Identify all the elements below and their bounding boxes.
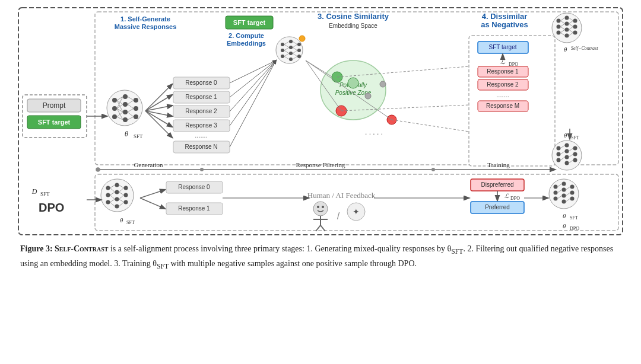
svg-text:SFT: SFT bbox=[126, 220, 135, 225]
svg-point-209 bbox=[317, 206, 319, 208]
svg-point-184 bbox=[124, 186, 128, 190]
svg-point-68 bbox=[289, 52, 293, 55]
svg-text:SFT: SFT bbox=[570, 215, 578, 221]
svg-point-126 bbox=[557, 31, 561, 35]
svg-point-99 bbox=[380, 81, 386, 87]
svg-text:Dispreferred: Dispreferred bbox=[481, 181, 513, 188]
svg-point-130 bbox=[565, 34, 569, 38]
svg-point-228 bbox=[554, 185, 558, 189]
svg-point-129 bbox=[565, 28, 569, 32]
svg-point-157 bbox=[573, 146, 577, 151]
svg-point-177 bbox=[106, 186, 110, 190]
svg-point-95 bbox=[348, 78, 358, 88]
svg-point-156 bbox=[565, 161, 569, 165]
svg-text:Response 0: Response 0 bbox=[178, 184, 210, 190]
svg-point-231 bbox=[562, 182, 566, 186]
svg-text:DPO: DPO bbox=[570, 226, 579, 231]
svg-point-64 bbox=[281, 49, 284, 52]
svg-text:4. Dissimilar: 4. Dissimilar bbox=[482, 12, 528, 21]
svg-text:θ: θ bbox=[120, 216, 123, 223]
svg-point-234 bbox=[562, 200, 566, 204]
svg-point-229 bbox=[554, 191, 558, 195]
svg-text:Training: Training bbox=[487, 161, 510, 168]
svg-point-185 bbox=[124, 193, 128, 197]
svg-text:θ: θ bbox=[563, 212, 566, 219]
svg-point-69 bbox=[289, 58, 293, 61]
figure-num: Figure 3: bbox=[20, 244, 53, 253]
svg-point-237 bbox=[570, 197, 575, 201]
svg-point-210 bbox=[322, 206, 324, 208]
svg-point-159 bbox=[573, 158, 577, 162]
caption-sub1: SFT bbox=[451, 248, 463, 256]
svg-text:Response 1: Response 1 bbox=[487, 68, 519, 75]
svg-point-235 bbox=[570, 185, 575, 189]
svg-text:SFT target: SFT target bbox=[38, 119, 71, 126]
svg-point-18 bbox=[112, 106, 117, 111]
svg-text:θ: θ bbox=[564, 132, 567, 139]
svg-point-181 bbox=[115, 190, 119, 194]
svg-text:ℒ: ℒ bbox=[504, 193, 509, 199]
svg-text:SFT: SFT bbox=[40, 191, 50, 197]
svg-point-71 bbox=[297, 49, 301, 52]
svg-point-127 bbox=[565, 16, 569, 20]
svg-point-230 bbox=[554, 197, 558, 201]
svg-text:Response Filtering: Response Filtering bbox=[296, 161, 345, 168]
svg-point-67 bbox=[289, 46, 293, 49]
svg-point-26 bbox=[134, 114, 138, 119]
svg-point-183 bbox=[115, 205, 119, 209]
svg-text:θ: θ bbox=[563, 222, 566, 229]
svg-point-66 bbox=[289, 40, 293, 43]
svg-text:Preferred: Preferred bbox=[485, 204, 510, 210]
svg-point-124 bbox=[557, 19, 561, 23]
svg-point-70 bbox=[297, 43, 301, 46]
svg-text:Response M: Response M bbox=[486, 103, 519, 109]
svg-text:θ: θ bbox=[125, 130, 128, 138]
svg-text:3. Cosine Similarity: 3. Cosine Similarity bbox=[318, 12, 389, 21]
svg-point-23 bbox=[123, 117, 128, 122]
svg-text:Massive Responses: Massive Responses bbox=[115, 23, 177, 30]
svg-point-153 bbox=[565, 143, 569, 148]
svg-point-19 bbox=[112, 114, 117, 119]
svg-point-72 bbox=[297, 55, 301, 58]
svg-text:DPO: DPO bbox=[510, 196, 520, 201]
svg-point-179 bbox=[106, 200, 110, 205]
svg-text:SFT: SFT bbox=[134, 133, 143, 139]
svg-text:θ: θ bbox=[564, 46, 567, 53]
svg-text:Human / AI Feedback: Human / AI Feedback bbox=[307, 191, 376, 200]
svg-point-180 bbox=[115, 183, 119, 187]
diagram-svg: SFT target 1. Self-Generate Massive Resp… bbox=[18, 7, 623, 235]
svg-text:SFT: SFT bbox=[571, 135, 579, 141]
figure-caption: Figure 3: Self-Contrast is a self-alignm… bbox=[18, 242, 623, 273]
svg-text:D: D bbox=[31, 187, 37, 196]
svg-text:Response 2: Response 2 bbox=[487, 81, 519, 88]
svg-point-97 bbox=[365, 93, 371, 99]
svg-point-25 bbox=[134, 106, 138, 111]
svg-point-85 bbox=[299, 36, 305, 41]
svg-point-154 bbox=[565, 149, 569, 154]
svg-point-132 bbox=[573, 25, 577, 29]
svg-point-128 bbox=[565, 22, 569, 26]
caption-sub2: SFT bbox=[157, 263, 169, 270]
svg-point-178 bbox=[106, 193, 110, 197]
svg-point-24 bbox=[134, 98, 138, 103]
svg-point-233 bbox=[562, 194, 566, 198]
svg-text:.......: ....... bbox=[496, 91, 509, 98]
svg-text:Response 1: Response 1 bbox=[185, 94, 217, 100]
caption-brand: Self-Contrast bbox=[55, 244, 108, 253]
svg-point-152 bbox=[557, 158, 561, 162]
svg-point-20 bbox=[123, 94, 128, 99]
svg-point-182 bbox=[115, 197, 119, 202]
svg-point-186 bbox=[124, 200, 128, 205]
svg-text:Self−Contrast: Self−Contrast bbox=[571, 46, 598, 51]
svg-text:/: / bbox=[337, 211, 340, 221]
svg-point-170 bbox=[431, 168, 435, 171]
svg-text:Response 1: Response 1 bbox=[178, 205, 210, 212]
prompt-label: Prompt bbox=[43, 101, 66, 110]
svg-text:Response N: Response N bbox=[185, 143, 217, 150]
svg-text:1. Self-Generate: 1. Self-Generate bbox=[120, 15, 170, 23]
caption-text: is a self-alignment process involving th… bbox=[110, 244, 451, 253]
caption-text3: with multiple negative samples against o… bbox=[169, 259, 417, 268]
svg-text:SFT target: SFT target bbox=[233, 19, 266, 26]
svg-point-150 bbox=[557, 146, 561, 151]
svg-point-208 bbox=[313, 202, 328, 216]
